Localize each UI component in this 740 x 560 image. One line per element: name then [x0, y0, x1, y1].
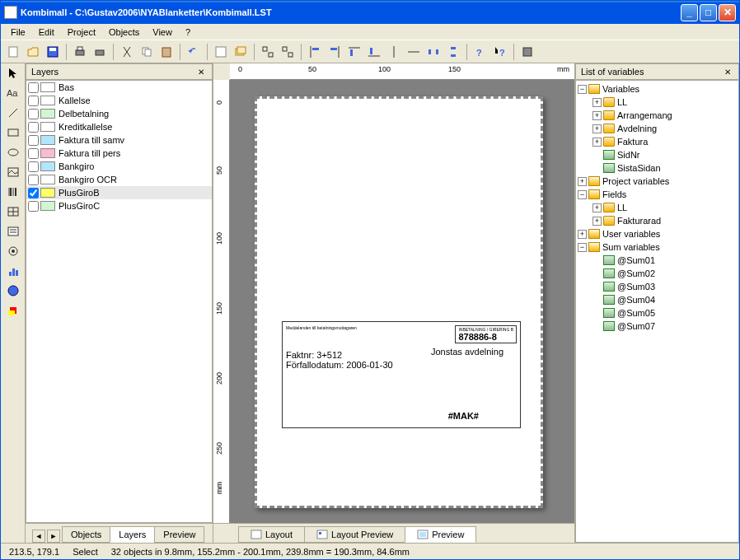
- tab-layers[interactable]: Layers: [110, 526, 155, 543]
- tab-objects[interactable]: Objects: [62, 526, 110, 543]
- tree-item[interactable]: @Sum07: [578, 320, 737, 333]
- paste-button[interactable]: [157, 43, 176, 61]
- context-help-button[interactable]: ?: [491, 43, 509, 61]
- new-button[interactable]: [4, 43, 22, 61]
- tree-item[interactable]: +User variables: [578, 227, 737, 240]
- image-tool[interactable]: [4, 164, 22, 180]
- layer-row[interactable]: Faktura till pers: [26, 147, 212, 160]
- tree-item[interactable]: +Fakturarad: [578, 214, 737, 227]
- align-left-button[interactable]: [306, 43, 324, 61]
- layer-checkbox[interactable]: [28, 122, 39, 133]
- rect-tool[interactable]: [4, 124, 22, 141]
- tree-item[interactable]: −Sum variables: [578, 240, 737, 254]
- tree-expand-icon[interactable]: +: [592, 111, 602, 120]
- layer-row[interactable]: Kallelse: [26, 94, 212, 107]
- undo-button[interactable]: [185, 43, 203, 61]
- tree-item[interactable]: +LL: [578, 96, 737, 109]
- properties-button[interactable]: [212, 43, 230, 61]
- layer-checkbox[interactable]: [28, 135, 39, 146]
- layers-button[interactable]: [232, 43, 250, 61]
- align-top-button[interactable]: [345, 43, 363, 61]
- distribute-h-button[interactable]: [424, 43, 443, 61]
- tree-expand-icon[interactable]: +: [592, 217, 602, 226]
- ungroup-button[interactable]: [279, 43, 297, 61]
- tab-layout-preview[interactable]: Layout Preview: [304, 526, 405, 543]
- template-tool[interactable]: [4, 302, 22, 319]
- layer-row[interactable]: Delbetalning: [26, 107, 212, 120]
- layer-checkbox[interactable]: [28, 188, 39, 198]
- tab-center-preview[interactable]: Preview: [405, 526, 476, 543]
- tab-layout[interactable]: Layout: [238, 526, 305, 543]
- variables-panel-close[interactable]: ✕: [722, 66, 733, 77]
- tree-expand-icon[interactable]: −: [578, 85, 587, 94]
- text-tool[interactable]: Aa: [4, 85, 22, 101]
- barcode-tool[interactable]: [4, 184, 22, 200]
- tree-item[interactable]: @Sum02: [578, 267, 737, 280]
- menu-objects[interactable]: Objects: [102, 26, 146, 39]
- table-tool[interactable]: [4, 203, 22, 220]
- layer-row[interactable]: PlusGiroB: [26, 186, 212, 199]
- formatted-text-tool[interactable]: [4, 223, 22, 240]
- save-button[interactable]: [44, 43, 62, 61]
- line-tool[interactable]: [4, 105, 22, 121]
- layer-checkbox[interactable]: [28, 175, 39, 185]
- cut-button[interactable]: [118, 43, 136, 61]
- menu-help[interactable]: ?: [179, 26, 197, 39]
- tree-expand-icon[interactable]: −: [578, 243, 587, 252]
- tree-expand-icon[interactable]: +: [592, 203, 602, 212]
- tree-item[interactable]: @Sum04: [578, 293, 737, 306]
- help-button[interactable]: ?: [471, 43, 489, 61]
- ole-tool[interactable]: [4, 282, 22, 299]
- align-bottom-button[interactable]: [365, 43, 383, 61]
- tree-item[interactable]: @Sum03: [578, 280, 737, 293]
- tree-item[interactable]: @Sum05: [578, 306, 737, 320]
- maximize-button[interactable]: □: [700, 4, 717, 21]
- tree-expand-icon[interactable]: −: [578, 190, 587, 199]
- tree-expand-icon[interactable]: +: [592, 98, 602, 107]
- tree-expand-icon[interactable]: +: [578, 177, 587, 186]
- tree-item[interactable]: −Fields: [578, 188, 737, 201]
- group-button[interactable]: [259, 43, 277, 61]
- layer-row[interactable]: PlusGiroC: [26, 199, 212, 212]
- tree-item[interactable]: @Sum01: [578, 254, 737, 267]
- layers-panel-close[interactable]: ✕: [195, 66, 207, 77]
- exit-button[interactable]: [518, 43, 536, 61]
- form-tool[interactable]: [4, 243, 22, 259]
- layer-checkbox[interactable]: [28, 201, 39, 212]
- align-center-h-button[interactable]: [385, 43, 403, 61]
- tab-scroll-left[interactable]: ◄: [32, 530, 45, 543]
- layer-row[interactable]: Bankgiro: [26, 160, 212, 173]
- close-button[interactable]: ✕: [719, 4, 736, 21]
- minimize-button[interactable]: _: [681, 4, 698, 21]
- tree-expand-icon[interactable]: +: [592, 138, 602, 147]
- tree-item[interactable]: SidNr: [578, 148, 737, 161]
- tree-item[interactable]: +Faktura: [578, 135, 737, 148]
- distribute-v-button[interactable]: [444, 43, 462, 61]
- copy-button[interactable]: [138, 43, 156, 61]
- ellipse-tool[interactable]: [4, 144, 22, 161]
- tree-expand-icon[interactable]: +: [592, 124, 602, 133]
- page-content-box[interactable]: Meddelanden till betalningsmottagaren IN…: [282, 321, 521, 428]
- design-canvas[interactable]: Meddelanden till betalningsmottagaren IN…: [230, 80, 574, 523]
- select-tool[interactable]: [4, 65, 22, 82]
- layer-checkbox[interactable]: [28, 148, 39, 159]
- layer-row[interactable]: Kreditkallelse: [26, 120, 212, 133]
- menu-project[interactable]: Project: [61, 26, 102, 39]
- open-button[interactable]: [24, 43, 42, 61]
- menu-view[interactable]: View: [146, 26, 179, 39]
- print-button[interactable]: [71, 43, 89, 61]
- layer-checkbox[interactable]: [28, 161, 39, 172]
- menu-file[interactable]: File: [4, 26, 32, 39]
- tree-item[interactable]: +Arrangemang: [578, 109, 737, 122]
- chart-tool[interactable]: [4, 263, 22, 279]
- layer-row[interactable]: Faktura till samv: [26, 133, 212, 147]
- tree-item[interactable]: +LL: [578, 201, 737, 214]
- tree-item[interactable]: +Avdelning: [578, 122, 737, 135]
- print-preview-button[interactable]: [91, 43, 109, 61]
- tree-item[interactable]: −Variables: [578, 82, 737, 96]
- layer-row[interactable]: Bas: [26, 81, 212, 94]
- layer-row[interactable]: Bankgiro OCR: [26, 173, 212, 186]
- layer-checkbox[interactable]: [28, 82, 39, 93]
- tree-item[interactable]: +Project variables: [578, 175, 737, 188]
- align-center-v-button[interactable]: [405, 43, 423, 61]
